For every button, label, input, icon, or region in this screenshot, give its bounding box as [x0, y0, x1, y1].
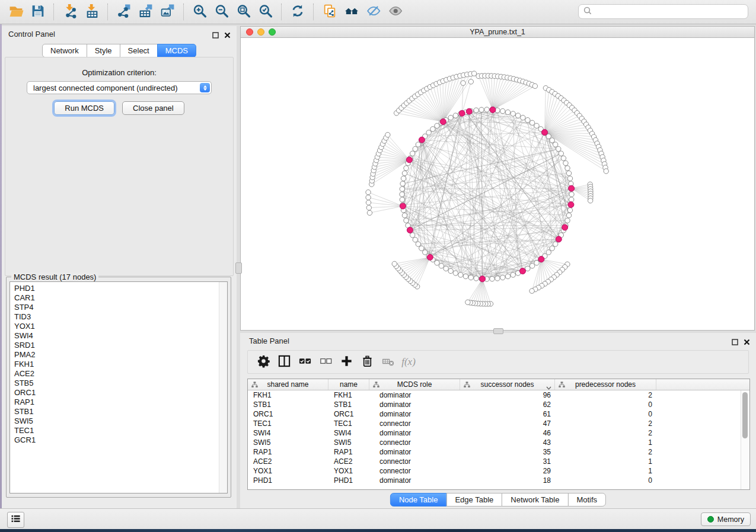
mcds-result-list[interactable]: PHD1CAR1STP4TID3YOX1SWI4SRD1PMA2FKH1ACE2…	[9, 281, 228, 493]
table-toolbar: f(x)	[247, 350, 749, 374]
tab-motifs[interactable]: Motifs	[567, 493, 606, 507]
deselect-all-button[interactable]	[316, 352, 335, 371]
hide-selected-button[interactable]	[362, 2, 384, 22]
result-list-item[interactable]: STB1	[14, 407, 227, 416]
result-list-item[interactable]: SWI4	[14, 331, 227, 341]
table-settings-button[interactable]	[254, 352, 273, 371]
open-file-button[interactable]	[5, 2, 27, 22]
delete-row-button[interactable]	[358, 352, 377, 371]
export-network-button[interactable]	[113, 2, 135, 22]
table-row[interactable]: YOX1YOX1connector291	[248, 466, 749, 476]
maximize-window-icon[interactable]	[269, 28, 276, 36]
tab-network-table[interactable]: Network Table	[502, 493, 568, 507]
close-panel-icon[interactable]	[224, 30, 231, 41]
table-scrollbar[interactable]	[741, 390, 749, 489]
cell-mcds-role: connector	[369, 457, 460, 466]
select-all-button[interactable]	[295, 352, 314, 371]
toolbar-separator	[183, 4, 184, 20]
close-window-icon[interactable]	[246, 28, 253, 36]
tab-node-table[interactable]: Node Table	[390, 493, 447, 507]
toolbar-separator	[107, 4, 108, 20]
column-header-successor-nodes[interactable]: successor nodes	[460, 379, 555, 390]
column-header-shared-name[interactable]: shared name	[248, 379, 328, 390]
zoom-in-button[interactable]	[189, 2, 210, 22]
float-panel-icon[interactable]	[212, 30, 219, 41]
table-scrollbar-thumb[interactable]	[742, 392, 748, 438]
horizontal-splitter-handle[interactable]	[493, 328, 503, 334]
result-list-item[interactable]: SWI5	[14, 416, 227, 426]
cell-predecessor-nodes: 1	[555, 457, 656, 466]
column-header-filler	[656, 379, 749, 390]
cell-name: ACE2	[328, 457, 369, 466]
result-list-item[interactable]: ORC1	[14, 388, 227, 398]
table-row[interactable]: SWI5SWI5connector431	[248, 438, 749, 447]
result-list-item[interactable]: RAP1	[14, 398, 227, 407]
table-row[interactable]: SWI4SWI4dominator462	[248, 428, 749, 438]
save-session-button[interactable]	[27, 2, 49, 22]
table-row[interactable]: STB1STB1dominator620	[248, 400, 749, 409]
result-list-item[interactable]: STP4	[14, 303, 227, 312]
clone-network-button[interactable]	[318, 2, 340, 22]
tab-style[interactable]: Style	[87, 44, 120, 57]
result-list-scrollbar[interactable]	[219, 282, 227, 493]
close-table-panel-icon[interactable]	[744, 337, 750, 348]
table-row[interactable]: TEC1TEC1connector472	[248, 419, 749, 428]
minimize-window-icon[interactable]	[257, 28, 264, 36]
zoom-out-icon	[214, 4, 229, 21]
result-list-item[interactable]: GCR1	[14, 435, 227, 445]
column-header-name[interactable]: name	[328, 379, 369, 390]
column-header-MCDS-role[interactable]: MCDS role	[369, 379, 460, 390]
export-table-button[interactable]	[135, 2, 157, 22]
cell-predecessor-nodes: 0	[555, 476, 656, 485]
cell-successor-nodes: 46	[460, 429, 555, 437]
result-list-item[interactable]: TEC1	[14, 426, 227, 435]
result-list-item[interactable]: PMA2	[14, 350, 227, 360]
close-panel-button[interactable]: Close panel	[122, 101, 184, 115]
search-input[interactable]	[595, 7, 748, 17]
show-columns-button[interactable]	[275, 352, 294, 371]
result-list-item[interactable]: STB5	[14, 379, 227, 388]
criterion-select[interactable]: largest connected component (undirected)	[27, 81, 212, 94]
network-window-titlebar[interactable]: YPA_prune.txt_1	[241, 27, 754, 38]
run-mcds-button[interactable]: Run MCDS	[54, 101, 114, 115]
refresh-button[interactable]	[286, 2, 308, 22]
table-row[interactable]: ACE2ACE2connector311	[248, 457, 749, 466]
cell-name: SWI4	[328, 429, 369, 437]
add-row-button[interactable]	[337, 352, 356, 371]
cell-shared-name: RAP1	[248, 448, 328, 456]
table-row[interactable]: PHD1PHD1dominator180	[248, 476, 749, 485]
first-neighbors-button[interactable]	[340, 2, 362, 22]
result-list-item[interactable]: TID3	[14, 312, 227, 322]
tab-network[interactable]: Network	[42, 44, 87, 57]
table-row[interactable]: ORC1ORC1dominator610	[248, 409, 749, 419]
result-list-item[interactable]: YOX1	[14, 322, 227, 331]
table-row[interactable]: RAP1RAP1dominator352	[248, 447, 749, 457]
zoom-selected-button[interactable]	[254, 2, 276, 22]
zoom-out-button[interactable]	[210, 2, 232, 22]
result-list-item[interactable]: FKH1	[14, 360, 227, 369]
table-row[interactable]: FKH1FKH1dominator962	[248, 390, 749, 400]
float-table-panel-icon[interactable]	[732, 337, 738, 348]
memory-button[interactable]: Memory	[701, 512, 751, 526]
network-window: YPA_prune.txt_1	[240, 26, 755, 331]
tab-mcds[interactable]: MCDS	[157, 44, 196, 57]
result-list-item[interactable]: SRD1	[14, 341, 227, 350]
column-label: shared name	[267, 380, 308, 389]
import-table-button[interactable]	[81, 2, 103, 22]
search-box[interactable]	[578, 4, 748, 19]
column-header-predecessor-nodes[interactable]: predecessor nodes	[555, 379, 656, 390]
export-image-button[interactable]	[157, 2, 178, 22]
show-all-button[interactable]	[384, 2, 406, 22]
network-canvas-svg[interactable]	[241, 38, 754, 330]
result-list-item[interactable]: PHD1	[14, 284, 227, 293]
import-network-button[interactable]	[59, 2, 81, 22]
task-history-button[interactable]	[7, 512, 24, 528]
tab-edge-table[interactable]: Edge Table	[446, 493, 502, 507]
cell-mcds-role: connector	[369, 419, 460, 428]
vertical-splitter-handle[interactable]	[235, 262, 242, 274]
zoom-fit-button[interactable]	[232, 2, 254, 22]
result-list-item[interactable]: ACE2	[14, 369, 227, 379]
cell-mcds-role: dominator	[369, 476, 460, 485]
tab-select[interactable]: Select	[120, 44, 158, 57]
result-list-item[interactable]: CAR1	[14, 293, 227, 303]
